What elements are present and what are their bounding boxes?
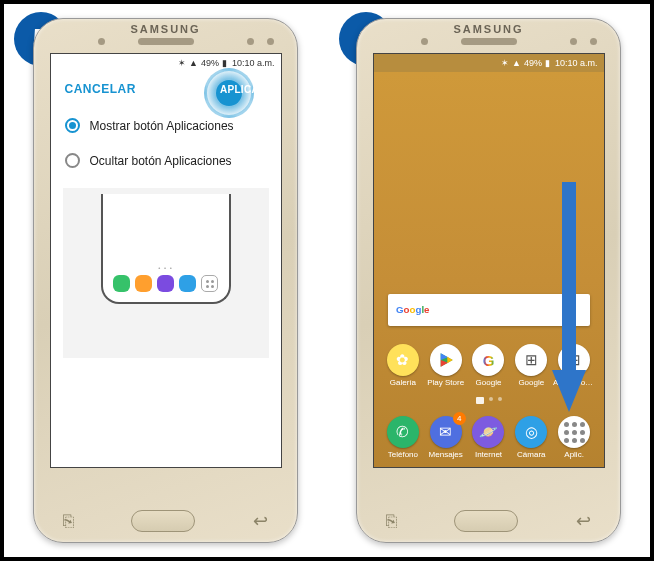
radio-checked-icon [65, 118, 80, 133]
back-hw-icon[interactable]: ↩ [576, 510, 591, 532]
phone-mockup-left: SAMSUNG ✶ ▲ 49% ▮ 10:10 a.m. CANCELAR AP… [33, 18, 298, 543]
wifi-icon: ✶ [178, 58, 186, 68]
mini-app-icon [135, 275, 152, 292]
option-hide-apps[interactable]: Ocultar botón Aplicaciones [51, 143, 281, 178]
app-galería[interactable]: ✿Galería [382, 344, 425, 387]
preview-card: • • • [63, 188, 269, 358]
speaker-icon [461, 38, 517, 45]
apply-label: APLICAR [220, 84, 267, 95]
mini-apps-button-icon [201, 275, 218, 292]
recents-hw-icon[interactable]: ⎘ [386, 511, 397, 532]
recents-hw-icon[interactable]: ⎘ [63, 511, 74, 532]
app-icon: ✆ [387, 416, 419, 448]
brand-logo: SAMSUNG [453, 23, 523, 35]
dock: ✆Teléfono✉4Mensajes🪐Internet◎CámaraAplic… [374, 412, 604, 467]
google-search-bar[interactable]: Google [388, 294, 590, 326]
radio-unchecked-icon [65, 153, 80, 168]
option-label: Ocultar botón Aplicaciones [90, 154, 232, 168]
app-icon: ⊞ [515, 344, 547, 376]
app-play-store[interactable]: Play Store [424, 344, 467, 387]
mini-dock [113, 275, 218, 292]
clock-text: 10:10 a.m. [232, 58, 275, 68]
app-label: Aplic. [564, 450, 584, 459]
app-teléfono[interactable]: ✆Teléfono [382, 416, 425, 459]
brand-logo: SAMSUNG [130, 23, 200, 35]
apply-button[interactable]: APLICAR [220, 82, 267, 96]
app-icon: ✿ [387, 344, 419, 376]
clock-text: 10:10 a.m. [555, 58, 598, 68]
app-label: Aplicaciones de Microsoft [553, 378, 595, 387]
page-indicator [374, 397, 604, 404]
back-hw-icon[interactable]: ↩ [253, 510, 268, 532]
mini-app-icon [179, 275, 196, 292]
app-aplic.[interactable]: Aplic. [553, 416, 596, 459]
app-label: Internet [475, 450, 502, 459]
app-icon: G [472, 344, 504, 376]
home-hw-button[interactable] [131, 510, 195, 532]
status-bar: ✶ ▲ 49% ▮ 10:10 a.m. [374, 54, 604, 72]
app-internet[interactable]: 🪐Internet [467, 416, 510, 459]
signal-icon: ▲ [189, 58, 198, 68]
app-icon [430, 344, 462, 376]
signal-icon: ▲ [512, 58, 521, 68]
app-google[interactable]: ⊞Google [510, 344, 553, 387]
mini-app-icon [157, 275, 174, 292]
page-dot-icon [498, 397, 502, 401]
app-label: Google [518, 378, 544, 387]
battery-icon: ▮ [222, 58, 227, 68]
app-row: ✿GaleríaPlay StoreGGoogle⊞Google⊞Aplicac… [374, 344, 604, 391]
app-label: Cámara [517, 450, 545, 459]
app-label: Galería [390, 378, 416, 387]
battery-text: 49% [524, 58, 542, 68]
option-show-apps[interactable]: Mostrar botón Aplicaciones [51, 108, 281, 143]
home-hw-button[interactable] [454, 510, 518, 532]
app-label: Teléfono [388, 450, 418, 459]
app-label: Mensajes [429, 450, 463, 459]
hardware-buttons: ⎘ ↩ [357, 510, 620, 532]
app-icon: ⊞ [558, 344, 590, 376]
screen-home: ✶ ▲ 49% ▮ 10:10 a.m. Google ✿GaleríaPlay… [373, 53, 605, 468]
battery-text: 49% [201, 58, 219, 68]
hardware-buttons: ⎘ ↩ [34, 510, 297, 532]
app-label: Google [476, 378, 502, 387]
app-mensajes[interactable]: ✉4Mensajes [424, 416, 467, 459]
app-icon: 🪐 [472, 416, 504, 448]
app-label: Play Store [427, 378, 464, 387]
svg-marker-4 [447, 357, 452, 364]
app-aplicaciones-de-microsoft[interactable]: ⊞Aplicaciones de Microsoft [553, 344, 596, 387]
mini-app-icon [113, 275, 130, 292]
screen-settings: ✶ ▲ 49% ▮ 10:10 a.m. CANCELAR APLICAR Mo… [50, 53, 282, 468]
notification-badge: 4 [453, 412, 466, 425]
app-icon [558, 416, 590, 448]
cancel-button[interactable]: CANCELAR [65, 82, 136, 96]
option-label: Mostrar botón Aplicaciones [90, 119, 234, 133]
google-logo-icon: Google [396, 303, 441, 318]
home-page-icon [476, 397, 484, 404]
app-icon: ◎ [515, 416, 547, 448]
speaker-icon [138, 38, 194, 45]
app-cámara[interactable]: ◎Cámara [510, 416, 553, 459]
tutorial-frame: 5 6 SAMSUNG ✶ ▲ 49% ▮ 10:10 a.m. CANCELA… [0, 0, 654, 561]
app-icon: ✉4 [430, 416, 462, 448]
app-google[interactable]: GGoogle [467, 344, 510, 387]
battery-icon: ▮ [545, 58, 550, 68]
settings-header: CANCELAR APLICAR [51, 72, 281, 108]
phone-mockup-right: SAMSUNG ✶ ▲ 49% ▮ 10:10 a.m. Google [356, 18, 621, 543]
svg-text:Google: Google [396, 304, 430, 315]
mini-pager-icon: • • • [158, 265, 173, 271]
wifi-icon: ✶ [501, 58, 509, 68]
mini-phone-icon: • • • [101, 194, 231, 304]
status-bar: ✶ ▲ 49% ▮ 10:10 a.m. [51, 54, 281, 72]
page-dot-icon [489, 397, 493, 401]
